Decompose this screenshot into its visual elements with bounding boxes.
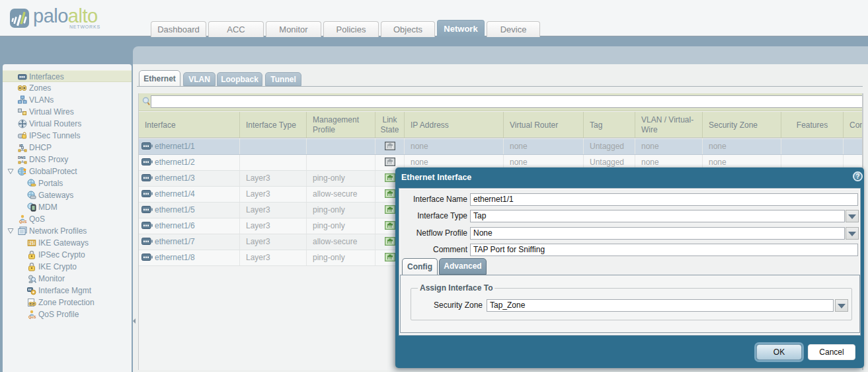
svg-text:DNS: DNS [18, 156, 26, 160]
svg-text:QoS: QoS [28, 315, 36, 319]
svg-text:QoS: QoS [19, 220, 27, 224]
